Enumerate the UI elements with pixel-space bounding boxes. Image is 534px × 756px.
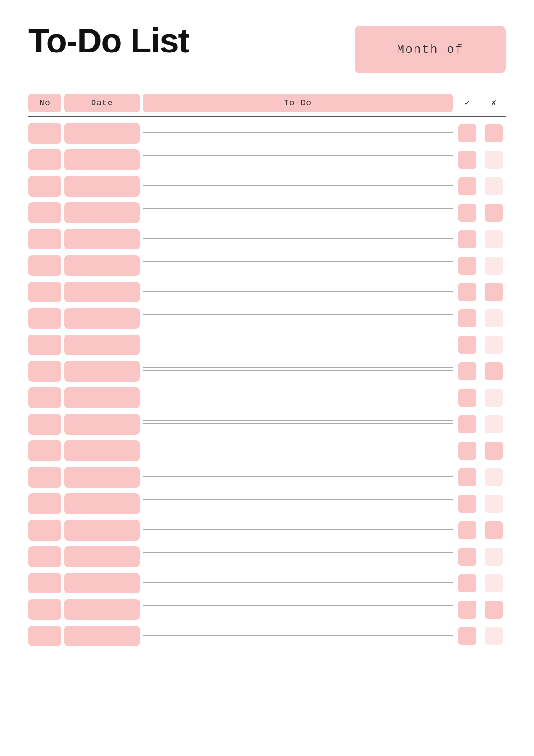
cell-no[interactable] bbox=[28, 467, 61, 488]
cell-no[interactable] bbox=[28, 335, 61, 355]
cell-date[interactable] bbox=[64, 599, 140, 620]
cell-todo[interactable] bbox=[143, 288, 453, 296]
cell-todo[interactable] bbox=[143, 129, 453, 137]
cell-cross[interactable] bbox=[485, 124, 503, 142]
cell-date[interactable] bbox=[64, 520, 140, 541]
cell-todo[interactable] bbox=[143, 420, 453, 429]
cell-cross[interactable] bbox=[485, 442, 503, 460]
cell-date[interactable] bbox=[64, 255, 140, 276]
cell-check[interactable] bbox=[458, 415, 476, 433]
cell-no[interactable] bbox=[28, 520, 61, 541]
cell-date[interactable] bbox=[64, 467, 140, 488]
cell-cross[interactable] bbox=[485, 336, 503, 354]
cell-check[interactable] bbox=[458, 521, 476, 539]
cell-check[interactable] bbox=[458, 309, 476, 327]
cell-todo[interactable] bbox=[143, 367, 453, 376]
cell-todo[interactable] bbox=[143, 552, 453, 561]
cell-check[interactable] bbox=[458, 230, 476, 248]
cell-no[interactable] bbox=[28, 626, 61, 646]
cell-cross[interactable] bbox=[485, 521, 503, 539]
cell-cross[interactable] bbox=[485, 362, 503, 380]
cell-no[interactable] bbox=[28, 546, 61, 567]
cell-date[interactable] bbox=[64, 414, 140, 435]
cell-date[interactable] bbox=[64, 493, 140, 514]
cell-date[interactable] bbox=[64, 440, 140, 461]
cell-check[interactable] bbox=[458, 627, 476, 645]
cell-check[interactable] bbox=[458, 283, 476, 301]
cell-cross[interactable] bbox=[485, 415, 503, 433]
cell-date[interactable] bbox=[64, 123, 140, 144]
cell-check[interactable] bbox=[458, 442, 476, 460]
cell-no[interactable] bbox=[28, 229, 61, 249]
cell-check[interactable] bbox=[458, 495, 476, 513]
cell-cross[interactable] bbox=[485, 574, 503, 592]
cell-cross[interactable] bbox=[485, 283, 503, 301]
cell-todo[interactable] bbox=[143, 394, 453, 402]
cell-cross[interactable] bbox=[485, 257, 503, 275]
cell-date[interactable] bbox=[64, 229, 140, 249]
cell-todo[interactable] bbox=[143, 341, 453, 349]
cell-no[interactable] bbox=[28, 176, 61, 197]
cell-date[interactable] bbox=[64, 308, 140, 329]
cell-check[interactable] bbox=[458, 389, 476, 407]
cell-check[interactable] bbox=[458, 177, 476, 195]
cell-date[interactable] bbox=[64, 387, 140, 408]
cell-no[interactable] bbox=[28, 202, 61, 223]
cell-cross[interactable] bbox=[485, 601, 503, 619]
cell-cross[interactable] bbox=[485, 548, 503, 566]
cell-check[interactable] bbox=[458, 336, 476, 354]
cell-todo[interactable] bbox=[143, 526, 453, 534]
cell-check[interactable] bbox=[458, 574, 476, 592]
cell-date[interactable] bbox=[64, 626, 140, 646]
cell-todo[interactable] bbox=[143, 632, 453, 640]
cell-no[interactable] bbox=[28, 440, 61, 461]
cell-check[interactable] bbox=[458, 362, 476, 380]
cell-no[interactable] bbox=[28, 123, 61, 144]
cell-date[interactable] bbox=[64, 282, 140, 302]
cell-cross[interactable] bbox=[485, 230, 503, 248]
cell-cross[interactable] bbox=[485, 204, 503, 222]
cell-date[interactable] bbox=[64, 361, 140, 382]
cell-no[interactable] bbox=[28, 149, 61, 170]
month-box[interactable]: Month of bbox=[355, 26, 506, 73]
cell-todo[interactable] bbox=[143, 208, 453, 217]
cell-check[interactable] bbox=[458, 204, 476, 222]
cell-no[interactable] bbox=[28, 308, 61, 329]
cell-todo[interactable] bbox=[143, 447, 453, 455]
cell-todo[interactable] bbox=[143, 473, 453, 481]
cell-date[interactable] bbox=[64, 202, 140, 223]
cell-date[interactable] bbox=[64, 546, 140, 567]
cell-no[interactable] bbox=[28, 493, 61, 514]
cell-date[interactable] bbox=[64, 573, 140, 593]
cell-todo[interactable] bbox=[143, 499, 453, 508]
cell-cross[interactable] bbox=[485, 309, 503, 327]
cell-todo[interactable] bbox=[143, 605, 453, 614]
cell-no[interactable] bbox=[28, 255, 61, 276]
cell-no[interactable] bbox=[28, 599, 61, 620]
cell-todo[interactable] bbox=[143, 182, 453, 190]
cell-todo[interactable] bbox=[143, 579, 453, 587]
cell-todo[interactable] bbox=[143, 155, 453, 164]
cell-todo[interactable] bbox=[143, 314, 453, 323]
cell-check[interactable] bbox=[458, 257, 476, 275]
cell-check[interactable] bbox=[458, 124, 476, 142]
cell-date[interactable] bbox=[64, 149, 140, 170]
cell-no[interactable] bbox=[28, 387, 61, 408]
cell-todo[interactable] bbox=[143, 235, 453, 243]
cell-check[interactable] bbox=[458, 468, 476, 486]
cell-cross[interactable] bbox=[485, 151, 503, 169]
cell-date[interactable] bbox=[64, 176, 140, 197]
cell-todo[interactable] bbox=[143, 261, 453, 270]
cell-no[interactable] bbox=[28, 573, 61, 593]
cell-no[interactable] bbox=[28, 361, 61, 382]
cell-check[interactable] bbox=[458, 548, 476, 566]
cell-cross[interactable] bbox=[485, 177, 503, 195]
cell-check[interactable] bbox=[458, 601, 476, 619]
cell-no[interactable] bbox=[28, 414, 61, 435]
cell-cross[interactable] bbox=[485, 495, 503, 513]
cell-cross[interactable] bbox=[485, 468, 503, 486]
cell-cross[interactable] bbox=[485, 389, 503, 407]
cell-check[interactable] bbox=[458, 151, 476, 169]
cell-no[interactable] bbox=[28, 282, 61, 302]
cell-date[interactable] bbox=[64, 335, 140, 355]
